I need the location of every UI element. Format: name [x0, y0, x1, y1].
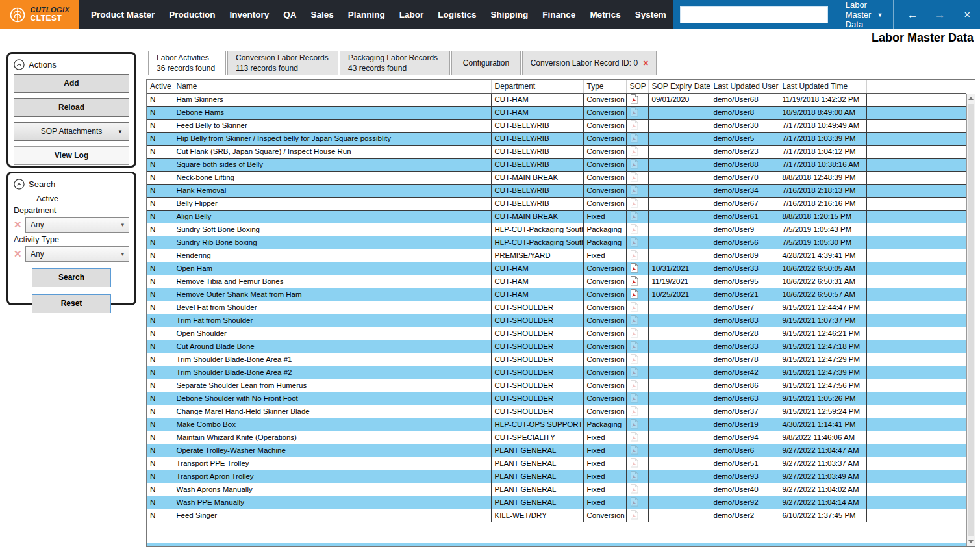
- sop-attachments-dropdown[interactable]: SOP Attachments ▼: [14, 122, 129, 141]
- department-select[interactable]: Any ▾: [25, 217, 129, 233]
- table-row[interactable]: NTransport PPE TrolleyPLANT GENERALFixed…: [147, 457, 966, 470]
- column-header-sop[interactable]: SOP: [626, 80, 648, 93]
- table-row[interactable]: NRemove Outer Shank Meat from HamCUT-HAM…: [147, 288, 966, 301]
- nav-item-labor[interactable]: Labor: [392, 10, 431, 19]
- tab-packaging-labor-records[interactable]: Packaging Labor Records43 records found: [340, 51, 450, 75]
- table-row[interactable]: NSeparate Shoulder Lean from HumerusCUT-…: [147, 379, 966, 392]
- search-button[interactable]: Search: [32, 268, 111, 287]
- collapse-chevron-icon[interactable]: [14, 59, 25, 70]
- pdf-attachment-icon: [630, 198, 638, 209]
- table-row[interactable]: NSundry Soft Bone BoxingHLP-CUT-Packagin…: [147, 223, 966, 236]
- table-row[interactable]: NDebone HamsCUT-HAMConversiondemo/User81…: [147, 106, 966, 119]
- cell-sop-expiry-date: [648, 353, 710, 366]
- table-row[interactable]: NMaintain Whizard Knife (Operations)CUT-…: [147, 431, 966, 444]
- tab-conversion-labor-records[interactable]: Conversion Labor Records113 records foun…: [227, 51, 338, 75]
- table-row[interactable]: NFlank RemovalCUT-BELLY/RIBConversiondem…: [147, 184, 966, 197]
- pdf-attachment-icon: [630, 146, 638, 157]
- column-header-last-updated-user[interactable]: Last Updated User: [710, 80, 779, 93]
- table-row[interactable]: NRenderingPREMISE/YARDFixeddemo/User894/…: [147, 249, 966, 262]
- table-row[interactable]: NCut Around Blade BoneCUT-SHOULDERConver…: [147, 340, 966, 353]
- table-row[interactable]: NTrim Shoulder Blade-Bone Area #1CUT-SHO…: [147, 353, 966, 366]
- nav-item-inventory[interactable]: Inventory: [223, 10, 277, 19]
- table-row[interactable]: NBevel Fat from ShoulderCUT-SHOULDERConv…: [147, 301, 966, 314]
- column-header-department[interactable]: Department: [491, 80, 583, 93]
- cell-last-updated-user: demo/User34: [710, 184, 779, 197]
- column-header-name[interactable]: Name: [173, 80, 491, 93]
- cell-type: Conversion: [583, 262, 626, 275]
- tab-conversion-labor-record-id-0[interactable]: Conversion Labor Record ID: 0×: [522, 51, 657, 75]
- column-header-sop-expiry-date[interactable]: SOP Expiry Date: [648, 80, 710, 93]
- nav-item-system[interactable]: System: [628, 10, 673, 19]
- table-row[interactable]: NCut Flank (SRB, Japan Square) / Inspect…: [147, 145, 966, 158]
- table-row[interactable]: NFeed Belly to SkinnerCUT-BELLY/RIBConve…: [147, 119, 966, 132]
- tab-labor-activities[interactable]: Labor Activities36 records found: [148, 51, 226, 75]
- pdf-attachment-icon[interactable]: [630, 263, 638, 274]
- column-header-last-updated-time[interactable]: Last Updated Time: [779, 80, 866, 93]
- back-icon[interactable]: ←: [899, 8, 926, 21]
- collapse-chevron-icon[interactable]: [14, 179, 25, 190]
- table-row[interactable]: NNeck-bone LiftingCUT-MAIN BREAKConversi…: [147, 171, 966, 184]
- cell-last-updated-user: demo/User94: [710, 431, 779, 444]
- table-row[interactable]: NTransport Apron TrolleyPLANT GENERALFix…: [147, 470, 966, 483]
- table-row[interactable]: NSquare both sides of BellyCUT-BELLY/RIB…: [147, 158, 966, 171]
- nav-item-sales[interactable]: Sales: [304, 10, 341, 19]
- tab-configuration[interactable]: Configuration: [451, 51, 521, 75]
- nav-item-shipping[interactable]: Shipping: [484, 10, 536, 19]
- app-logo[interactable]: CUTLOGIX CLTEST: [0, 0, 79, 29]
- activity-type-select[interactable]: Any ▾: [25, 246, 129, 262]
- nav-item-production[interactable]: Production: [162, 10, 222, 19]
- nav-item-qa[interactable]: QA: [276, 10, 303, 19]
- clear-department-icon[interactable]: ✕: [14, 219, 23, 231]
- table-row[interactable]: NOperate Trolley-Washer MachinePLANT GEN…: [147, 444, 966, 457]
- module-selector[interactable]: Labor Master Data ▼: [835, 0, 894, 29]
- scroll-down-icon[interactable]: [967, 537, 975, 546]
- table-row[interactable]: NWash PPE ManuallyPLANT GENERALFixeddemo…: [147, 496, 966, 509]
- table-row[interactable]: NFlip Belly from Skinner / Inspect belly…: [147, 132, 966, 145]
- close-icon[interactable]: ×: [953, 8, 980, 21]
- table-row[interactable]: NHam SkinnersCUT-HAMConversion09/01/2020…: [147, 93, 966, 106]
- table-row[interactable]: NSundry Rib Bone boxingHLP-CUT-Packaging…: [147, 236, 966, 249]
- vertical-scrollbar[interactable]: [966, 94, 975, 546]
- reset-button[interactable]: Reset: [32, 294, 111, 313]
- cell-sop-expiry-date: [648, 327, 710, 340]
- table-row[interactable]: NTrim Shoulder Blade-Bone Area #2CUT-SHO…: [147, 366, 966, 379]
- column-header-filler: [866, 80, 966, 93]
- table-row[interactable]: NWash Aprons ManuallyPLANT GENERALFixedd…: [147, 483, 966, 496]
- nav-item-product-master[interactable]: Product Master: [84, 10, 162, 19]
- table-row[interactable]: NDebone Shoulder with No Front FootCUT-S…: [147, 392, 966, 405]
- reload-button[interactable]: Reload: [14, 98, 129, 117]
- table-row[interactable]: NMake Combo BoxHLP-CUT-OPS SUPPORTPackag…: [147, 418, 966, 431]
- nav-item-planning[interactable]: Planning: [341, 10, 392, 19]
- clear-activity-type-icon[interactable]: ✕: [14, 248, 23, 260]
- add-button[interactable]: Add: [14, 74, 129, 93]
- cell-department: PLANT GENERAL: [491, 457, 583, 470]
- column-header-active[interactable]: Active: [147, 80, 173, 93]
- table-row[interactable]: NFeed SingerKILL-WET/DRYConversiondemo/U…: [147, 509, 966, 522]
- scrollbar-thumb[interactable]: [968, 104, 974, 536]
- column-header-type[interactable]: Type: [583, 80, 626, 93]
- table-row[interactable]: NAlign BellyCUT-MAIN BREAKFixeddemo/User…: [147, 210, 966, 223]
- table-row[interactable]: NChange Marel Hand-Held Skinner BladeCUT…: [147, 405, 966, 418]
- nav-item-finance[interactable]: Finance: [535, 10, 583, 19]
- view-log-button[interactable]: View Log: [14, 146, 129, 165]
- actions-panel: Actions Add Reload SOP Attachments ▼ Vie…: [6, 52, 136, 168]
- global-search-input[interactable]: [680, 6, 828, 23]
- table-row[interactable]: NOpen ShoulderCUT-SHOULDERConversiondemo…: [147, 327, 966, 340]
- table-row[interactable]: NBelly FlipperCUT-BELLY/RIBConversiondem…: [147, 197, 966, 210]
- nav-item-metrics[interactable]: Metrics: [583, 10, 627, 19]
- forward-icon[interactable]: →: [926, 8, 953, 21]
- scroll-up-icon[interactable]: [967, 94, 975, 103]
- cell-department: CUT-SHOULDER: [491, 327, 583, 340]
- table-row[interactable]: NRemove Tibia and Femur BonesCUT-HAMConv…: [147, 275, 966, 288]
- active-checkbox[interactable]: [23, 194, 32, 203]
- pdf-attachment-icon[interactable]: [630, 276, 638, 287]
- table-row[interactable]: NOpen HamCUT-HAMConversion10/31/2021demo…: [147, 262, 966, 275]
- history-controls: ← → ×: [894, 8, 980, 21]
- table-row[interactable]: NTrim Fat from ShoulderCUT-SHOULDERConve…: [147, 314, 966, 327]
- pdf-attachment-icon[interactable]: [630, 94, 638, 105]
- pdf-attachment-icon: [630, 393, 638, 404]
- pdf-attachment-icon[interactable]: [630, 289, 638, 300]
- nav-item-logistics[interactable]: Logistics: [431, 10, 483, 19]
- tab-close-icon[interactable]: ×: [643, 58, 648, 68]
- cell-last-updated-time: 9/15/2021 12:44:47 PM: [779, 301, 866, 314]
